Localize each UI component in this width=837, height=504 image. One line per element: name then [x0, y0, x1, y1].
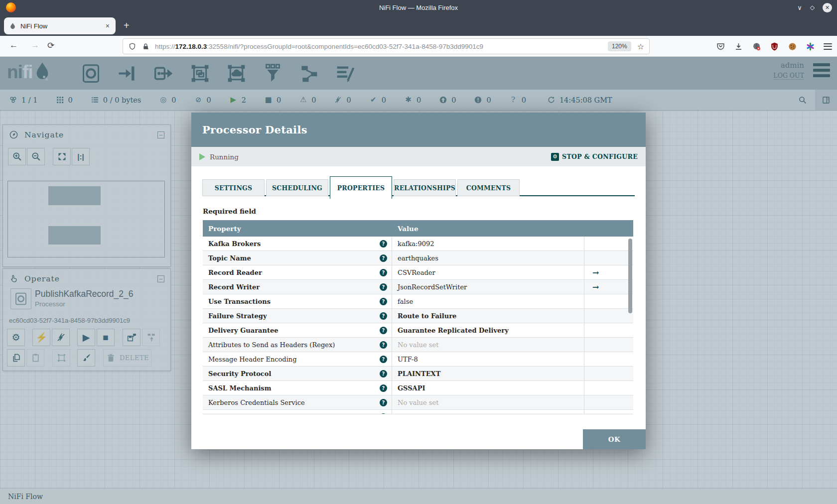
property-name: Message Header Encoding — [208, 356, 380, 363]
processor-status: Running — [210, 153, 239, 161]
row-actions — [584, 309, 633, 323]
property-value: Guarantee Replicated Delivery — [392, 323, 584, 337]
colorful-extension-icon[interactable] — [806, 42, 815, 51]
goto-service-icon[interactable]: → — [584, 265, 633, 279]
property-value: No value set — [392, 338, 584, 352]
maximize-icon[interactable]: ◇ — [810, 4, 815, 11]
table-row: Security Protocol?PLAINTEXT — [203, 367, 633, 381]
table-row: Delivery Guarantee?Guarantee Replicated … — [203, 323, 633, 338]
nifi-favicon — [9, 22, 16, 30]
screen: NiFi Flow — Mozilla Firefox ∨ ◇ × NiFi F… — [0, 0, 837, 504]
cookie-extension-icon[interactable] — [788, 42, 797, 51]
property-name: Use Transactions — [208, 298, 380, 305]
tab-strip: NiFi Flow × + — [0, 15, 837, 36]
table-row: Record Writer?JsonRecordSetWriter→ — [203, 280, 633, 294]
bookmark-star-icon[interactable]: ☆ — [637, 42, 644, 51]
table-scrollbar[interactable] — [628, 239, 632, 313]
pocket-icon[interactable] — [716, 42, 725, 51]
help-icon[interactable]: ? — [380, 356, 387, 363]
tab-close-icon[interactable]: × — [105, 22, 111, 30]
properties-table: Property Value Kafka Brokers?kafka:9092T… — [203, 220, 633, 414]
row-actions — [584, 294, 633, 308]
row-actions — [584, 410, 633, 414]
processor-details-dialog: Processor Details Running ⚙ STOP & CONFI… — [191, 113, 646, 449]
help-icon[interactable]: ? — [380, 370, 387, 378]
help-icon[interactable]: ? — [380, 413, 387, 415]
property-name: Kafka Brokers — [208, 240, 380, 248]
firefox-logo-icon — [6, 2, 16, 12]
table-row: SASL Mechanism?GSSAPI — [203, 381, 633, 395]
menu-icon[interactable] — [824, 43, 832, 50]
help-icon[interactable]: ? — [380, 298, 387, 305]
ok-button[interactable]: OK — [583, 429, 646, 449]
property-value: earthquakes — [392, 251, 584, 265]
browser-navbar: ← → ⟳ https://172.18.0.3:32558/nifi/?pro… — [0, 36, 837, 57]
property-value: UTF-8 — [392, 352, 584, 366]
url-bar[interactable]: https://172.18.0.3:32558/nifi/?processGr… — [123, 38, 650, 54]
tab-settings[interactable]: SETTINGS — [202, 179, 265, 196]
dialog-title: Processor Details — [202, 124, 307, 136]
table-row: Topic Name?earthquakes — [203, 251, 633, 265]
row-actions — [584, 338, 633, 352]
help-icon[interactable]: ? — [380, 269, 387, 276]
property-value: PLAINTEXT — [392, 367, 584, 380]
goto-service-icon[interactable]: → — [584, 280, 633, 294]
browser-tab[interactable]: NiFi Flow × — [4, 17, 116, 34]
new-tab-button[interactable]: + — [124, 20, 130, 31]
property-value: false — [392, 294, 584, 308]
help-icon[interactable]: ? — [380, 283, 387, 291]
help-icon[interactable]: ? — [380, 254, 387, 262]
close-icon[interactable]: × — [823, 3, 832, 12]
property-name: Failure Strategy — [208, 312, 380, 320]
help-icon[interactable]: ? — [380, 384, 387, 392]
tab-title: NiFi Flow — [20, 22, 105, 30]
property-name: Topic Name — [208, 254, 380, 262]
running-icon — [199, 153, 205, 160]
stop-and-configure-button[interactable]: ⚙ STOP & CONFIGURE — [551, 153, 638, 161]
help-icon[interactable]: ? — [380, 399, 387, 406]
property-name: Record Reader — [208, 269, 380, 276]
help-icon[interactable]: ? — [380, 327, 387, 334]
back-icon[interactable]: ← — [9, 40, 18, 50]
lock-warning-icon[interactable] — [141, 42, 150, 51]
property-name: Attributes to Send as Headers (Regex) — [208, 341, 380, 349]
property-name: Kerberos Service Name — [208, 413, 380, 415]
zoom-level-badge[interactable]: 120% — [608, 41, 631, 51]
table-row: Use Transactions?false — [203, 294, 633, 309]
property-value: kafka:9092 — [392, 237, 584, 251]
row-actions — [584, 323, 633, 337]
tab-comments[interactable]: COMMENTS — [457, 179, 520, 196]
ublock-icon[interactable] — [770, 42, 779, 51]
reload-icon[interactable]: ⟳ — [47, 40, 54, 51]
dialog-tabbar: SETTINGSSCHEDULINGPROPERTIESRELATIONSHIP… — [202, 176, 635, 199]
property-value: GSSAPI — [392, 381, 584, 395]
tab-properties[interactable]: PROPERTIES — [330, 176, 392, 199]
tab-relationships[interactable]: RELATIONSHIPS — [394, 179, 456, 196]
required-field-note: Required field — [203, 207, 256, 215]
url-text: https://172.18.0.3:32558/nifi/?processGr… — [155, 43, 608, 50]
tab-scheduling[interactable]: SCHEDULING — [266, 179, 328, 196]
table-row: Kerberos Service Name?No value set — [203, 410, 633, 414]
table-row: Attributes to Send as Headers (Regex)?No… — [203, 338, 633, 352]
download-icon[interactable] — [734, 42, 743, 51]
table-header-row: Property Value — [203, 220, 633, 237]
table-row: Kerberos Credentials Service?No value se… — [203, 395, 633, 410]
row-actions — [584, 352, 633, 366]
property-name: Delivery Guarantee — [208, 327, 380, 334]
minimize-icon[interactable]: ∨ — [797, 4, 802, 11]
table-row: Kafka Brokers?kafka:9092 — [203, 237, 633, 251]
table-row: Record Reader?CSVReader→ — [203, 265, 633, 280]
help-icon[interactable]: ? — [380, 240, 387, 248]
shield-icon[interactable] — [128, 42, 137, 51]
property-name: Security Protocol — [208, 370, 380, 378]
help-icon[interactable]: ? — [380, 312, 387, 320]
forward-icon[interactable]: → — [31, 40, 39, 50]
help-icon[interactable]: ? — [380, 341, 387, 349]
table-row: Failure Strategy?Route to Failure — [203, 309, 633, 323]
dialog-status-bar: Running ⚙ STOP & CONFIGURE — [191, 147, 646, 166]
table-row: Message Header Encoding?UTF-8 — [203, 352, 633, 367]
property-value: CSVReader — [392, 265, 584, 279]
account-extension-icon[interactable] — [752, 42, 761, 51]
property-column-header: Property — [203, 225, 392, 233]
property-name: SASL Mechanism — [208, 384, 380, 392]
